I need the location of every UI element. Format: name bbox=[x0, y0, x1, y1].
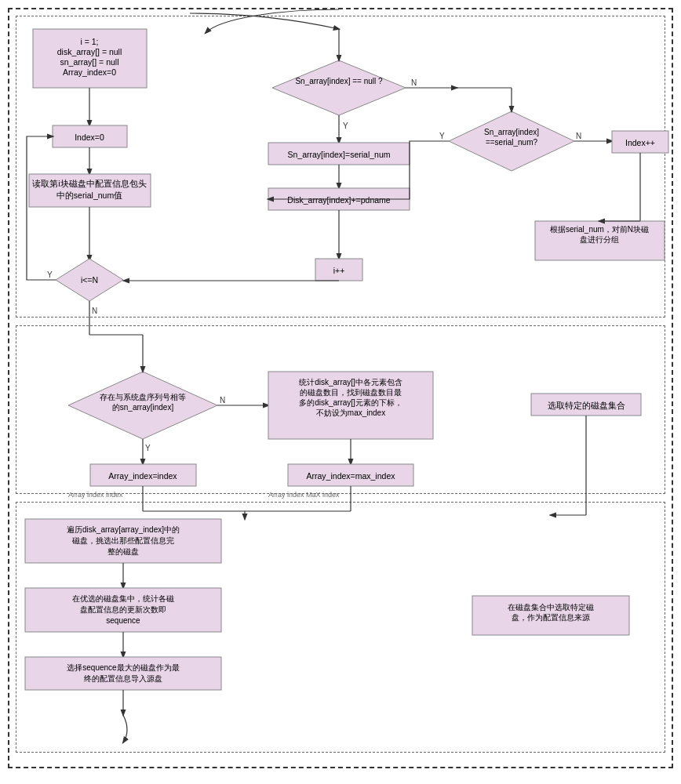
section2 bbox=[16, 325, 665, 494]
section1 bbox=[16, 16, 665, 318]
main-container: i = 1; disk_array[] = null sn_array[] = … bbox=[8, 8, 673, 768]
section3 bbox=[16, 502, 665, 753]
